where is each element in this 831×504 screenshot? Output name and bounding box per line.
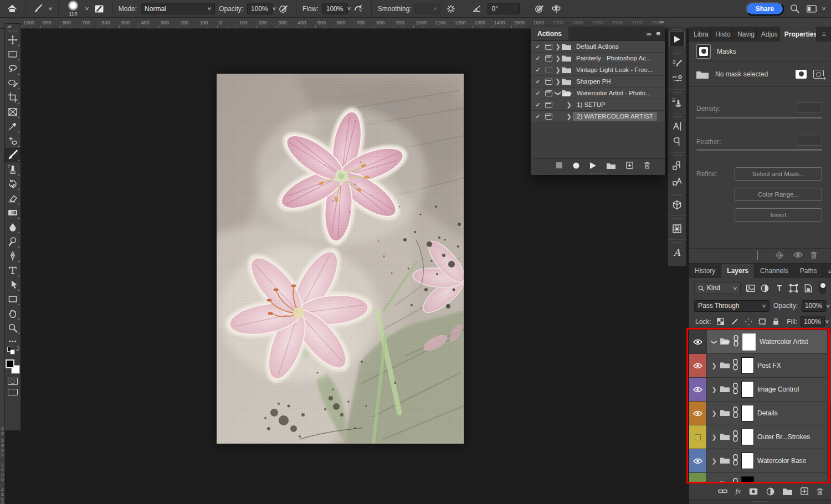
layer-visibility-toggle[interactable] [689,330,707,353]
collapse-ruler-icon[interactable]: »» [659,19,663,25]
mask-badge-icon[interactable] [696,44,711,59]
chevron-right-icon[interactable]: ❯ [554,55,562,62]
character-styles-panel-icon[interactable] [669,173,685,189]
select-and-mask-button[interactable]: Select and Mask... [735,167,822,181]
brushes-panel-icon[interactable] [669,71,685,86]
action-dialog-toggle[interactable] [543,44,554,50]
flow-dropdown[interactable]: 100% ∨ [322,3,348,14]
chevron-right-icon[interactable]: ❯ [711,410,717,417]
layers-scrollbar[interactable] [827,330,831,483]
layer-row[interactable]: ❯Back Filling [689,473,831,483]
pattern-preview-panel-icon[interactable] [669,221,685,236]
layer-mask-icon[interactable] [796,70,807,79]
chevron-right-icon[interactable]: ❯ [711,362,717,369]
panel-grip[interactable] [8,30,17,32]
layer-visibility-toggle[interactable] [689,378,707,401]
toggle-brush-panel-icon[interactable] [93,2,106,16]
character-panel-icon[interactable] [669,119,685,134]
filtering-toggle[interactable] [819,282,826,294]
quick-mask-icon[interactable] [8,378,18,385]
panel-menu-icon[interactable]: ≡ [823,264,831,278]
layer-visibility-toggle[interactable] [689,402,707,425]
mask-thumbnail[interactable] [741,476,754,483]
rectangular-marquee-tool[interactable] [5,47,20,61]
lasso-tool[interactable] [5,61,20,76]
action-row[interactable]: ✓❯Default Actions [531,41,665,53]
type-tool[interactable] [5,263,20,277]
panel-resize-grip[interactable] [531,172,665,175]
chevron-right-icon[interactable]: ❯ [554,43,562,50]
layer-row-main[interactable]: ❯Details [707,402,831,425]
clone-stamp-tool[interactable] [5,162,20,177]
tab-channels[interactable]: Channels [755,264,794,278]
chevron-right-icon[interactable]: ❯ [554,66,562,74]
pressure-size-icon[interactable] [532,2,546,16]
brush-preview[interactable]: 110 [65,1,81,17]
filter-shape-layers-icon[interactable] [789,283,798,293]
smoothing-dropdown[interactable]: ∨ [415,3,440,14]
layer-row-main[interactable]: ❯Image Control [707,378,831,401]
action-check-toggle[interactable]: ✓ [533,113,543,120]
filter-kind-dropdown[interactable]: Kind ∨ [694,282,741,294]
action-row[interactable]: ✓❯Watercolor Artist - Photo... [531,88,665,99]
action-row[interactable]: ✓❯Painterly - Photoshop Ac... [531,53,665,64]
chevron-down-icon[interactable]: ∨ [84,6,89,11]
zoom-tool[interactable] [5,321,20,335]
layer-row-main[interactable]: ❯Back Filling [707,473,831,483]
rectangle-tool[interactable] [5,292,20,306]
layer-row[interactable]: ❯Watercolor Artist [689,330,831,354]
paragraph-styles-panel-icon[interactable] [669,158,685,173]
layer-row-main[interactable]: ❯Post FX [707,354,831,377]
panel-menu-icon[interactable]: ≡ [656,30,660,37]
paint-symmetry-icon[interactable] [550,2,563,16]
action-row[interactable]: ✓❯Vintage Light Leak - Free... [531,64,665,76]
begin-recording-icon[interactable] [573,162,579,169]
add-vector-mask-icon[interactable] [813,70,824,79]
mask-thumbnail[interactable] [741,381,754,398]
action-dialog-toggle[interactable] [543,55,554,61]
layer-row[interactable]: ❯Image Control [689,378,831,402]
home-icon[interactable] [6,2,19,16]
gear-icon[interactable] [444,2,458,16]
default-swap-colors-icon[interactable]: ⤸ [7,347,18,356]
eraser-tool[interactable] [5,191,20,205]
tab-navig[interactable]: Navig [733,27,757,42]
angle-input[interactable]: 0° [488,3,520,14]
density-input[interactable] [797,102,822,112]
filter-adjustment-layers-icon[interactable] [760,283,770,293]
action-check-toggle[interactable]: ✓ [533,66,543,74]
action-check-toggle[interactable]: ✓ [533,90,543,97]
action-dialog-toggle[interactable] [543,114,554,120]
invert-button[interactable]: Invert [735,208,822,222]
layer-row-main[interactable]: ❯Outer Br...Strokes [707,425,831,449]
mode-dropdown[interactable]: Normal ∨ [141,3,215,14]
layer-row[interactable]: ❯Watercolor Base [689,449,831,473]
chevron-down-icon[interactable]: ∨ [48,6,53,11]
actions-panel-icon[interactable] [669,32,685,47]
tab-properties[interactable]: Properties [780,27,817,42]
dock-resize-grip[interactable] [689,499,831,504]
chevron-right-icon[interactable]: ❯ [711,339,718,344]
chevron-right-icon[interactable]: ❯ [711,386,717,393]
paragraph-panel-icon[interactable] [669,134,685,150]
clone-source-panel-icon[interactable] [669,95,685,110]
lock-all-icon[interactable] [772,317,781,326]
delete-icon[interactable] [811,251,817,260]
layer-row[interactable]: ❯Post FX [689,354,831,378]
fill-dropdown[interactable]: 100% ∨ [801,316,825,327]
layer-visibility-toggle[interactable] [689,449,707,472]
collapse-panel-icon[interactable]: »» [646,30,650,37]
tab-paths[interactable]: Paths [794,264,823,278]
tab-actions[interactable]: Actions [531,27,568,40]
eye-icon[interactable] [793,251,803,260]
hand-tool[interactable] [5,306,20,321]
chevron-right-icon[interactable]: ❯ [711,434,717,441]
color-range-button[interactable]: Color Range... [735,188,822,201]
action-dialog-toggle[interactable] [543,102,554,108]
play-selection-icon[interactable] [590,162,596,169]
new-adjustment-layer-icon[interactable] [766,487,774,496]
load-selection-icon[interactable] [757,251,758,259]
share-button[interactable]: Share [746,2,784,16]
object-selection-tool[interactable] [5,76,20,90]
density-slider[interactable] [696,117,822,119]
